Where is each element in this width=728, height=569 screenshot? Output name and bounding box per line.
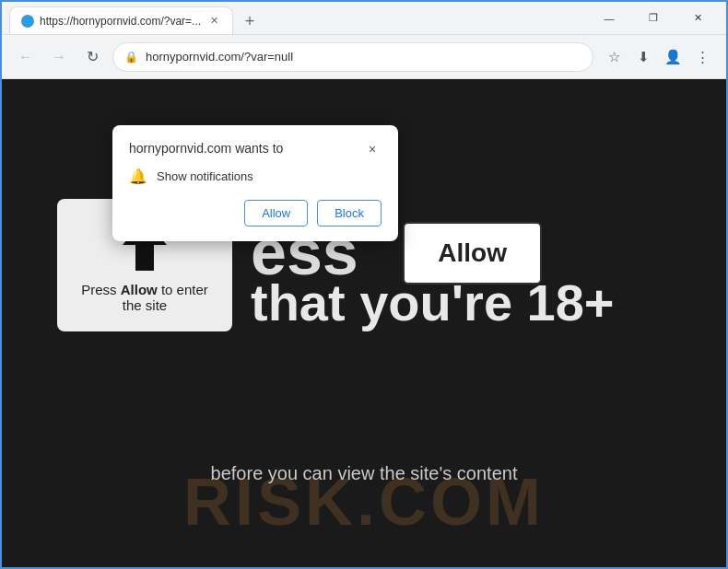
notification-row: 🔔 Show notifications xyxy=(129,168,382,185)
window-controls: — ❐ ✕ xyxy=(588,4,719,33)
page-allow-button[interactable]: Allow xyxy=(403,222,542,284)
tab-favicon: 🌐 xyxy=(21,15,34,28)
notification-label: Show notifications xyxy=(157,169,253,183)
title-bar: 🌐 https://hornypornvid.com/?var=... ✕ + … xyxy=(2,2,726,35)
notification-dialog: hornypornvid.com wants to × 🔔 Show notif… xyxy=(112,125,398,241)
menu-icon[interactable]: ⋮ xyxy=(689,44,715,70)
dialog-close-button[interactable]: × xyxy=(363,140,382,158)
profile-icon[interactable]: 👤 xyxy=(660,44,686,70)
toolbar-icons: ☆ ⬇ 👤 ⋮ xyxy=(601,44,715,70)
bookmark-icon[interactable]: ☆ xyxy=(601,44,627,70)
dialog-header: hornypornvid.com wants to × xyxy=(129,140,382,158)
browser-content: RISK.COM ess that you're 18+ before you … xyxy=(2,79,726,567)
browser-frame: 🌐 https://hornypornvid.com/?var=... ✕ + … xyxy=(2,2,726,567)
back-button[interactable]: ← xyxy=(13,44,39,70)
url-text: hornypornvid.com/?var=null xyxy=(146,50,581,64)
forward-button[interactable]: → xyxy=(46,44,72,70)
tab-area: 🌐 https://hornypornvid.com/?var=... ✕ + xyxy=(9,2,588,34)
dialog-allow-button[interactable]: Allow xyxy=(244,200,308,226)
address-bar: ← → ↻ 🔒 hornypornvid.com/?var=null ☆ ⬇ 👤… xyxy=(2,35,726,79)
download-icon[interactable]: ⬇ xyxy=(630,44,656,70)
tab-close-button[interactable]: ✕ xyxy=(206,14,221,29)
minimize-button[interactable]: — xyxy=(588,4,630,33)
press-allow-text: Press Allow to enter the site xyxy=(74,282,216,313)
lock-icon: 🔒 xyxy=(124,51,138,64)
dialog-block-button[interactable]: Block xyxy=(317,200,382,226)
close-button[interactable]: ✕ xyxy=(676,4,719,33)
sub-text: before you can view the site's content xyxy=(2,463,726,484)
reload-button[interactable]: ↻ xyxy=(79,44,105,70)
maximize-button[interactable]: ❐ xyxy=(632,4,675,33)
new-tab-button[interactable]: + xyxy=(237,8,263,34)
dialog-title: hornypornvid.com wants to xyxy=(129,140,283,158)
bell-icon: 🔔 xyxy=(129,168,147,185)
dialog-actions: Allow Block xyxy=(129,200,382,226)
url-bar[interactable]: 🔒 hornypornvid.com/?var=null xyxy=(112,42,593,72)
tab-title: https://hornypornvid.com/?var=... xyxy=(40,15,201,28)
browser-tab[interactable]: 🌐 https://hornypornvid.com/?var=... ✕ xyxy=(9,6,233,34)
